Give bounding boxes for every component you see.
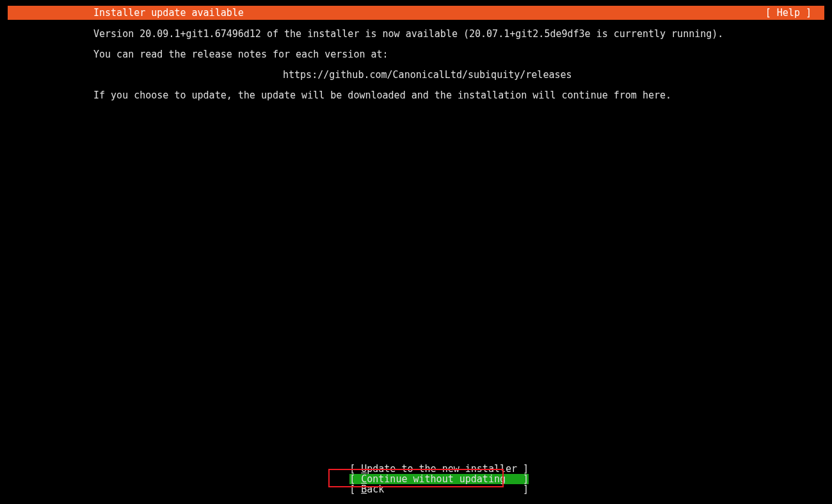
- header: Installer update available [ Help ]: [8, 6, 824, 20]
- version-text: Version 20.09.1+git1.67496d12 of the ins…: [93, 29, 824, 39]
- installer-screen: Installer update available [ Help ] Vers…: [8, 6, 824, 498]
- release-notes-url: https://github.com/CanonicalLtd/subiquit…: [93, 70, 824, 80]
- page-title: Installer update available: [93, 8, 244, 18]
- help-button[interactable]: [ Help ]: [765, 8, 812, 18]
- content-area: Version 20.09.1+git1.67496d12 of the ins…: [8, 20, 824, 100]
- button-group: [ Update to the new installer ] [ Contin…: [8, 464, 824, 494]
- back-button[interactable]: [ Back ]: [303, 474, 529, 504]
- release-notes-intro: You can read the release notes for each …: [93, 49, 824, 59]
- update-info-text: If you choose to update, the update will…: [93, 90, 824, 100]
